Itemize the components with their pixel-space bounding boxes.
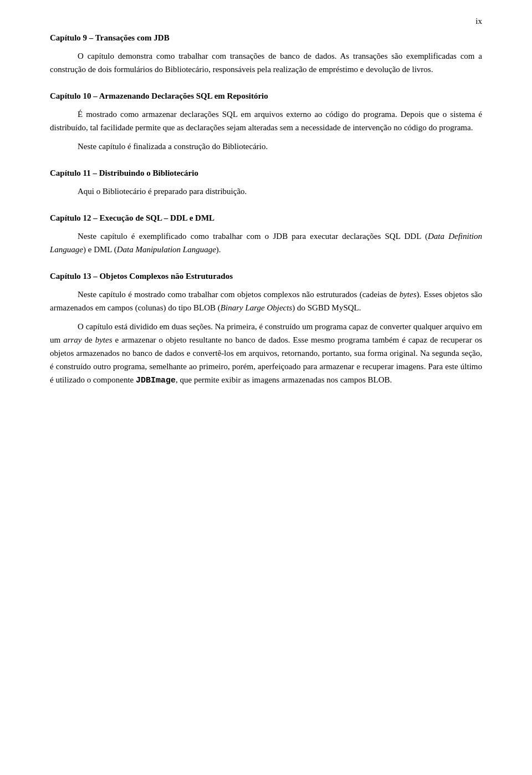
chapter-13-p1: Neste capítulo é mostrado como trabalhar… xyxy=(50,288,482,314)
page: ix Capítulo 9 – Transações com JDB O cap… xyxy=(0,0,532,775)
chapter-9-p1: O capítulo demonstra como trabalhar com … xyxy=(50,49,482,76)
chapter-13-bytes1-italic: bytes xyxy=(400,290,417,299)
chapter-11-body: Aqui o Bibliotecário é preparado para di… xyxy=(50,185,482,198)
chapter-10-p1: É mostrado como armazenar declarações SQ… xyxy=(50,108,482,134)
chapter-12-p1: Neste capítulo é exemplificado como trab… xyxy=(50,230,482,256)
chapter-13-blo-italic: Binary Large Objects xyxy=(221,303,292,312)
chapter-10-title: Capítulo 10 – Armazenando Declarações SQ… xyxy=(50,91,482,101)
chapter-11-title: Capítulo 11 – Distribuindo o Bibliotecár… xyxy=(50,169,482,178)
chapter-13-p2: O capítulo está dividido em duas seções.… xyxy=(50,320,482,387)
chapter-11-p1: Aqui o Bibliotecário é preparado para di… xyxy=(50,185,482,198)
chapter-9-block: Capítulo 9 – Transações com JDB O capítu… xyxy=(50,33,482,76)
chapter-12-dml-italic: Data Manipulation Language xyxy=(117,245,216,254)
chapter-12-title: Capítulo 12 – Execução de SQL – DDL e DM… xyxy=(50,213,482,223)
page-number: ix xyxy=(475,17,482,26)
chapter-12-body: Neste capítulo é exemplificado como trab… xyxy=(50,230,482,256)
chapter-10-p2: Neste capítulo é finalizada a construção… xyxy=(50,140,482,153)
chapter-13-title: Capítulo 13 – Objetos Complexos não Estr… xyxy=(50,272,482,281)
chapter-9-title: Capítulo 9 – Transações com JDB xyxy=(50,33,482,43)
chapter-12-ddl-italic: Data Definition Language xyxy=(50,232,482,254)
chapter-10-block: Capítulo 10 – Armazenando Declarações SQ… xyxy=(50,91,482,153)
chapter-12-block: Capítulo 12 – Execução de SQL – DDL e DM… xyxy=(50,213,482,256)
chapter-13-bytes2-italic: bytes xyxy=(95,335,112,344)
chapter-13-array-italic: array xyxy=(63,335,81,344)
chapter-13-block: Capítulo 13 – Objetos Complexos não Estr… xyxy=(50,272,482,387)
chapter-13-jdbimage-mono: JDBImage xyxy=(136,376,176,385)
chapter-13-body: Neste capítulo é mostrado como trabalhar… xyxy=(50,288,482,387)
chapter-11-block: Capítulo 11 – Distribuindo o Bibliotecár… xyxy=(50,169,482,198)
chapter-9-body: O capítulo demonstra como trabalhar com … xyxy=(50,49,482,76)
chapter-10-body: É mostrado como armazenar declarações SQ… xyxy=(50,108,482,153)
